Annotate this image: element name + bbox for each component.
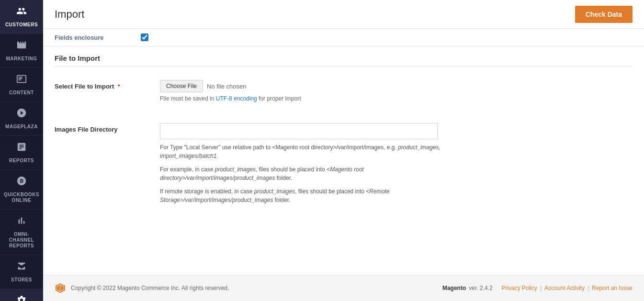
check-data-button[interactable]: Check Data <box>575 6 633 23</box>
sidebar-item-omnichannel-label: OMNI-CHANNEL REPORTS <box>2 232 41 249</box>
privacy-policy-link[interactable]: Privacy Policy <box>501 285 537 291</box>
account-activity-link[interactable]: Account Activity <box>544 285 585 291</box>
sidebar: CUSTOMERS MARKETING CONTENT MAGEPLAZA RE… <box>0 0 43 301</box>
sidebar-item-customers-label: CUSTOMERS <box>5 22 38 28</box>
sidebar-item-stores[interactable]: STORES <box>0 255 43 289</box>
svg-point-0 <box>17 177 26 185</box>
choose-file-button[interactable]: Choose File <box>160 80 203 92</box>
select-file-row: Select File to Import * Choose File No f… <box>55 74 633 108</box>
magento-logo-icon <box>55 282 66 294</box>
images-dir-controls: For Type "Local Server" use relative pat… <box>160 123 447 204</box>
sidebar-item-reports[interactable]: REPORTS <box>0 136 43 170</box>
content-area: Fields enclosure File to Import Select F… <box>43 29 644 275</box>
mageplaza-icon <box>16 108 27 122</box>
sidebar-item-reports-label: REPORTS <box>9 158 34 164</box>
magento-brand: Magento <box>442 285 466 291</box>
sidebar-item-marketing[interactable]: MARKETING <box>0 34 43 68</box>
utf8-link[interactable]: UTF-8 encoding <box>216 95 257 102</box>
report-issue-link[interactable]: Report an Issue <box>592 285 633 291</box>
customers-icon <box>16 6 27 20</box>
help-text-1: For Type "Local Server" use relative pat… <box>160 143 447 160</box>
sidebar-item-content-label: CONTENT <box>9 90 34 96</box>
system-icon <box>16 295 27 301</box>
sidebar-item-mageplaza-label: MAGEPLAZA <box>5 124 38 130</box>
required-indicator: * <box>116 83 120 90</box>
file-input-row: Choose File No file chosen <box>160 80 301 92</box>
fields-enclosure-checkbox[interactable] <box>141 33 148 41</box>
footer-sep-1: | <box>540 285 542 291</box>
fields-enclosure-row: Fields enclosure <box>43 29 644 46</box>
footer-left: Copyright © 2022 Magento Commerce Inc. A… <box>55 282 229 294</box>
file-to-import-section: File to Import Select File to Import * C… <box>43 46 644 223</box>
magento-version: ver. 2.4.2 <box>469 285 492 291</box>
marketing-icon <box>16 40 27 54</box>
images-dir-row: Images File Directory For Type "Local Se… <box>55 117 633 210</box>
footer-right: Magento ver. 2.4.2 Privacy Policy | Acco… <box>442 285 633 291</box>
file-to-import-title: File to Import <box>55 54 633 67</box>
footer-sep-2: | <box>588 285 589 291</box>
help-text-3: If remote storage is enabled, in case pr… <box>160 187 447 204</box>
fields-enclosure-label: Fields enclosure <box>55 34 141 41</box>
footer-copyright: Copyright © 2022 Magento Commerce Inc. A… <box>71 285 229 291</box>
sidebar-item-quickbooks-label: QUICKBOOKS ONLINE <box>2 192 41 203</box>
file-encoding-hint: File must be saved in UTF-8 encoding for… <box>160 95 301 102</box>
content-icon <box>16 74 27 88</box>
sidebar-item-customers[interactable]: CUSTOMERS <box>0 0 43 34</box>
sidebar-item-quickbooks[interactable]: QUICKBOOKS ONLINE <box>0 170 43 210</box>
select-file-controls: Choose File No file chosen File must be … <box>160 80 301 102</box>
stores-icon <box>16 261 27 275</box>
footer: Copyright © 2022 Magento Commerce Inc. A… <box>43 275 644 301</box>
sidebar-item-system[interactable]: SYSTEM <box>0 289 43 301</box>
sidebar-item-marketing-label: MARKETING <box>6 56 37 62</box>
no-file-chosen-text: No file chosen <box>207 83 246 90</box>
select-file-label: Select File to Import * <box>55 80 160 90</box>
quickbooks-icon <box>16 176 27 190</box>
page-title: Import <box>55 8 84 21</box>
omnichannel-icon <box>16 215 27 230</box>
sidebar-item-stores-label: STORES <box>11 277 32 283</box>
sidebar-item-mageplaza[interactable]: MAGEPLAZA <box>0 102 43 136</box>
sidebar-item-content[interactable]: CONTENT <box>0 68 43 102</box>
images-dir-label: Images File Directory <box>55 123 160 133</box>
help-text-2: For example, in case product_images, fil… <box>160 165 447 182</box>
main-content: Import Check Data Fields enclosure File … <box>43 0 644 301</box>
sidebar-item-omnichannel[interactable]: OMNI-CHANNEL REPORTS <box>0 210 43 255</box>
images-dir-input[interactable] <box>160 123 438 139</box>
page-header: Import Check Data <box>43 0 644 29</box>
reports-icon <box>16 142 27 156</box>
